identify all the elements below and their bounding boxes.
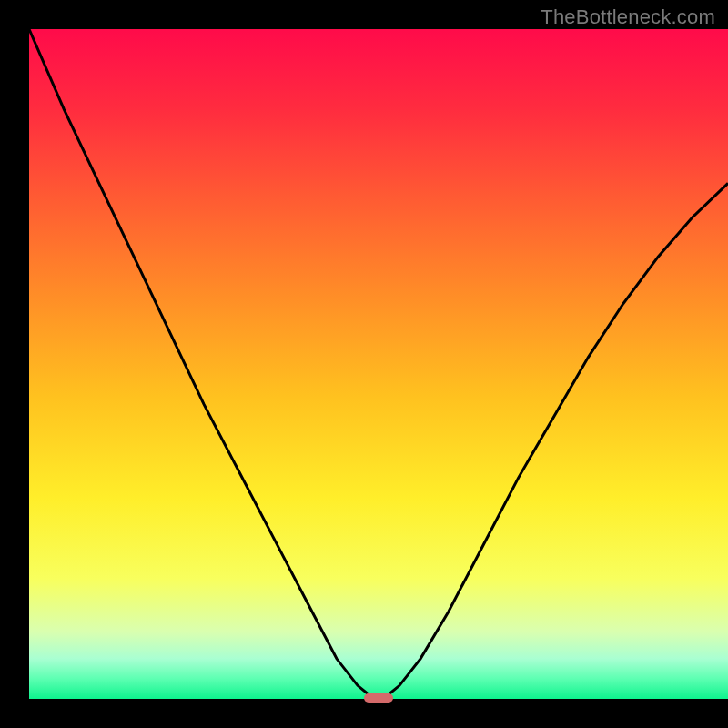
- optimal-marker: [364, 693, 393, 703]
- chart-canvas: [0, 0, 728, 728]
- attribution-label: TheBottleneck.com: [541, 5, 715, 29]
- bottleneck-chart: TheBottleneck.com: [0, 0, 728, 728]
- plot-background: [29, 29, 728, 699]
- svg-rect-0: [364, 693, 393, 703]
